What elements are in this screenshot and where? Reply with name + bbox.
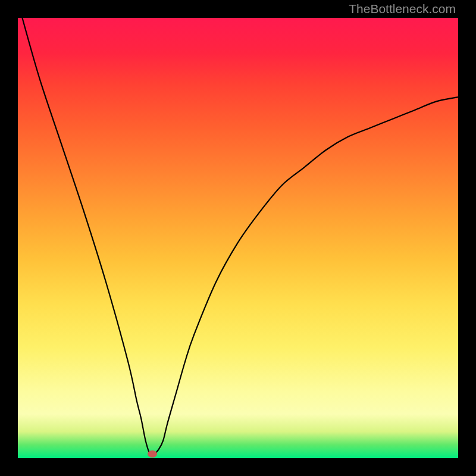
- plot-area: [18, 18, 458, 458]
- watermark-text: TheBottleneck.com: [349, 2, 456, 16]
- chart-frame: TheBottleneck.com: [0, 0, 476, 476]
- bottleneck-curve: [18, 18, 458, 458]
- optimum-marker: [148, 450, 157, 458]
- curve-path: [22, 18, 458, 455]
